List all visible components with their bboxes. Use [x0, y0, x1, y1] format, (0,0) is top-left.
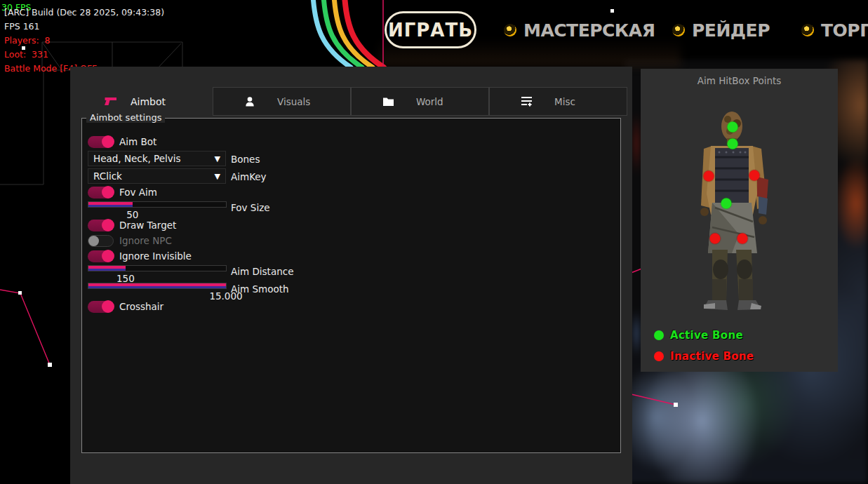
inactive-bone-dot-icon — [654, 351, 664, 361]
tab-world[interactable]: World — [351, 87, 489, 116]
bone-point-neck — [728, 139, 738, 149]
tab-misc[interactable]: Misc — [489, 87, 627, 116]
bone-point-pelvis — [721, 199, 732, 209]
aimkey-label: AimKey — [231, 171, 267, 182]
ignore-npc-row: Ignore NPC — [88, 234, 172, 247]
aim-distance-slider[interactable]: 150 — [88, 265, 227, 271]
ignore-invisible-row: Ignore Invisible — [88, 250, 192, 262]
coin-icon — [801, 24, 814, 36]
toggle-knob — [102, 250, 114, 262]
bone-point-right-shoulder — [749, 170, 760, 181]
toggle-knob — [102, 219, 114, 231]
playlist-add-icon — [521, 96, 533, 107]
crosshair-toggle[interactable] — [88, 301, 114, 313]
group-title: Aimbot settings — [86, 112, 165, 123]
menu-item-label: МАСТЕРСКАЯ — [523, 20, 655, 41]
tab-label: Visuals — [277, 96, 310, 107]
game-top-menu: ИГРАТЬ МАСТЕРСКАЯ РЕЙДЕР ТОРГО — [0, 0, 868, 67]
menu-item-label: РЕЙДЕР — [692, 20, 770, 41]
slider-fill — [88, 283, 226, 288]
menu-item-label: ТОРГО — [821, 20, 868, 41]
legend-inactive-bone: Inactive Bone — [654, 351, 754, 362]
aimkey-dropdown[interactable]: RClick ▼ — [88, 168, 226, 184]
coin-icon — [504, 24, 516, 36]
pistol-icon — [104, 97, 117, 106]
aim-bot-toggle[interactable] — [88, 136, 114, 148]
draw-target-row: Draw Target — [88, 219, 176, 231]
slider-fill — [88, 266, 126, 271]
fov-aim-toggle[interactable] — [88, 187, 114, 199]
tab-label: Misc — [554, 96, 575, 107]
cheat-menu-panel: Aimbot Visuals World Misc Aimbot setting… — [70, 67, 632, 484]
tab-label: Aimbot — [131, 96, 166, 107]
hitbox-panel-title: Aim HitBox Points — [641, 75, 838, 86]
toggle-knob — [102, 186, 114, 199]
fov-aim-row: Fov Aim — [88, 186, 157, 199]
ignore-npc-label: Ignore NPC — [119, 235, 172, 246]
caret-down-icon: ▼ — [215, 154, 220, 163]
hitbox-panel: Aim HitBox Points — [641, 69, 838, 372]
toggle-knob — [102, 300, 114, 313]
caret-down-icon: ▼ — [215, 172, 220, 181]
ignore-invisible-toggle[interactable] — [88, 250, 114, 262]
legend-active-bone: Active Bone — [654, 330, 743, 341]
crosshair-label: Crosshair — [119, 301, 163, 312]
bone-point-left-shoulder — [704, 171, 714, 182]
bones-label: Bones — [231, 154, 260, 165]
tab-visuals[interactable]: Visuals — [213, 87, 351, 116]
ignore-invisible-label: Ignore Invisible — [119, 250, 192, 262]
bones-dropdown-value: Head, Neck, Pelvis — [93, 153, 181, 164]
tab-label: World — [416, 96, 443, 107]
character-model — [695, 109, 780, 316]
folder-icon — [382, 97, 394, 107]
draw-target-toggle[interactable] — [88, 220, 114, 231]
crosshair-row: Crosshair — [88, 300, 163, 313]
aimbot-settings-group: Aimbot settings Aim Bot Head, Neck, Pelv… — [81, 118, 621, 453]
toggle-knob — [102, 135, 114, 148]
draw-target-label: Draw Target — [119, 220, 176, 231]
aim-distance-label: Aim Distance — [231, 266, 293, 277]
fov-size-label: Fov Size — [231, 202, 270, 213]
play-button[interactable]: ИГРАТЬ — [385, 11, 476, 48]
fov-size-slider[interactable]: 50 — [88, 201, 227, 208]
active-bone-dot-icon — [654, 330, 664, 340]
tab-aimbot[interactable]: Aimbot — [104, 87, 166, 116]
menu-item-raider[interactable]: РЕЙДЕР — [672, 20, 770, 41]
ignore-npc-toggle[interactable] — [88, 235, 114, 247]
bone-point-head — [728, 122, 738, 133]
aim-bot-label: Aim Bot — [119, 136, 156, 147]
coin-icon — [672, 24, 685, 36]
bones-dropdown[interactable]: Head, Neck, Pelvis ▼ — [88, 151, 226, 166]
bone-point-left-thigh — [710, 234, 721, 244]
bone-point-right-thigh — [737, 234, 748, 244]
legend-label: Active Bone — [670, 329, 743, 342]
aim-bot-row: Aim Bot — [88, 135, 156, 148]
aim-smooth-slider[interactable]: 15.000 — [88, 283, 227, 289]
fov-aim-label: Fov Aim — [119, 187, 157, 198]
legend-label: Inactive Bone — [670, 350, 754, 363]
aim-smooth-label: Aim Smooth — [231, 283, 289, 295]
toggle-knob — [88, 236, 99, 246]
menu-item-trade[interactable]: ТОРГО — [801, 20, 868, 41]
person-icon — [244, 96, 255, 107]
slider-fill — [88, 202, 133, 207]
menu-item-workshop[interactable]: МАСТЕРСКАЯ — [504, 20, 655, 41]
aimkey-dropdown-value: RClick — [93, 170, 122, 182]
